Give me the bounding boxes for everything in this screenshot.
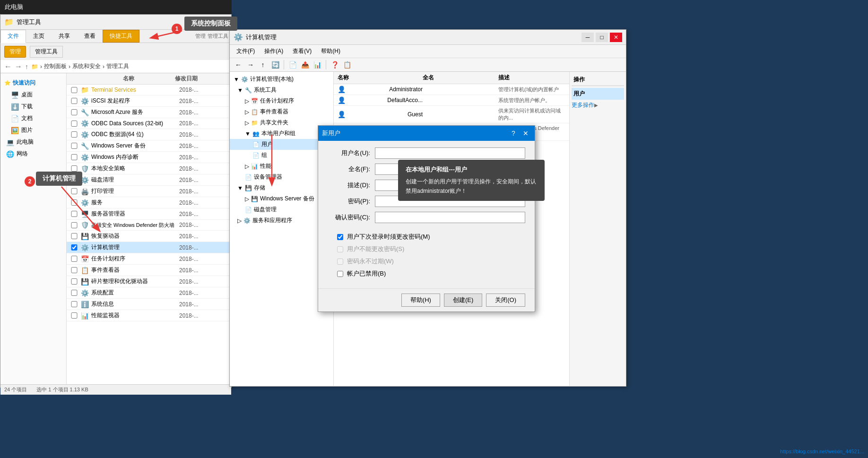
mgmt-maximize-btn[interactable]: □: [596, 33, 608, 42]
checkbox-cannot-change[interactable]: [337, 246, 343, 252]
file-checkbox-azure[interactable]: [70, 109, 78, 115]
mgmt-close-btn[interactable]: ✕: [610, 33, 622, 42]
menu-view[interactable]: 查看(V): [288, 46, 316, 57]
user-row-admin[interactable]: 👤Administrator 管理计算机(域)的内置帐户: [334, 84, 569, 95]
tab-share[interactable]: 共享: [52, 30, 77, 43]
file-item-terminal-services[interactable]: 📁 Terminal Services 2018-...: [67, 85, 231, 95]
sidebar-item-docs[interactable]: 📄文档: [0, 112, 66, 124]
sidebar-item-network[interactable]: 🌐网络: [0, 148, 66, 160]
tree-sys-tools[interactable]: ▼🔧系统工具: [230, 85, 333, 95]
dialog-help-footer-btn[interactable]: 帮助(H): [401, 294, 440, 307]
file-checkbox-odbc32[interactable]: [70, 121, 78, 127]
toolbar-export-btn[interactable]: 📤: [299, 60, 311, 70]
file-checkbox-rv[interactable]: [70, 233, 78, 239]
checkbox-never-expire[interactable]: [337, 259, 343, 265]
sidebar-quick-access[interactable]: ⭐快速访问: [0, 77, 66, 89]
file-item-event-viewer[interactable]: 📋 事件查看器 2018-...: [67, 265, 231, 276]
tab-view[interactable]: 查看: [77, 30, 103, 43]
ribbon-manage-tools-btn[interactable]: 管理工具: [30, 46, 63, 58]
tree-task-sched[interactable]: ▷📅任务计划程序: [230, 95, 333, 106]
file-checkbox-ev[interactable]: [70, 267, 78, 273]
file-checkbox-fw[interactable]: [70, 222, 78, 228]
file-checkbox-ts[interactable]: [70, 256, 78, 262]
file-item-winserver-backup[interactable]: 🔧 Windows Server 备份 2018-...: [67, 140, 231, 152]
input-username[interactable]: [375, 147, 525, 159]
toolbar-show-hide-btn[interactable]: 📄: [287, 60, 298, 70]
file-item-odbc32[interactable]: ⚙️ ODBC Data Sources (32-bit) 2018-...: [67, 118, 231, 129]
file-item-firewall[interactable]: 🛡️ 高级安全 Windows Defender 防火墙 2018-...: [67, 220, 231, 231]
toolbar-up-btn[interactable]: ↑: [257, 60, 269, 70]
nav-up-btn[interactable]: ↑: [25, 63, 28, 70]
addr-recent-btn[interactable]: 📁: [31, 63, 38, 70]
file-item-sys-config[interactable]: ⚙️ 系统配置 2018-...: [67, 287, 231, 299]
file-checkbox-pm[interactable]: [70, 188, 78, 194]
file-item-azure[interactable]: 🔧 Microsoft Azure 服务 2018-...: [67, 107, 231, 118]
file-checkbox-pf[interactable]: [70, 312, 78, 319]
file-item-iscsi[interactable]: ⚙️ iSCSI 发起程序 2018-...: [67, 95, 231, 107]
sidebar-item-pics[interactable]: 🖼️图片: [0, 124, 66, 136]
file-checkbox-sm[interactable]: [70, 211, 78, 217]
file-checkbox-si[interactable]: [70, 301, 78, 307]
tab-file[interactable]: 文件: [0, 30, 26, 43]
file-checkbox-wsb[interactable]: [70, 143, 78, 149]
file-item-task-sched[interactable]: 📅 任务计划程序 2018-...: [67, 253, 231, 265]
file-checkbox-winmem[interactable]: [70, 154, 78, 160]
sidebar-item-desktop[interactable]: 🖥️桌面: [0, 89, 66, 101]
input-confirm-password[interactable]: [375, 212, 525, 223]
dialog-create-btn[interactable]: 创建(E): [444, 294, 482, 307]
file-item-odbc64[interactable]: ⚙️ ODBC 数据源(64 位) 2018-...: [67, 129, 231, 140]
file-item-sys-info[interactable]: ℹ️ 系统信息 2018-...: [67, 299, 231, 310]
tree-root[interactable]: ▼⚙️ 计算机管理(本地): [230, 74, 333, 85]
checkbox-account-disabled[interactable]: [337, 271, 343, 277]
toolbar-extra-btn[interactable]: 📋: [341, 60, 353, 70]
checkbox-disabled-row: 帐户已禁用(B): [328, 269, 525, 278]
nav-back-btn[interactable]: ←: [4, 62, 12, 71]
toolbar-back-btn[interactable]: ←: [233, 60, 244, 70]
file-item-print-mgmt[interactable]: 🖨️ 打印管理 2018-...: [67, 186, 231, 197]
nav-forward-btn[interactable]: →: [15, 62, 22, 71]
addr-control-panel[interactable]: 控制面板: [44, 62, 67, 70]
sidebar-item-download[interactable]: ⬇️下载: [0, 101, 66, 112]
file-checkbox-terminal[interactable]: [70, 87, 78, 93]
ribbon-manage-btn[interactable]: 管理: [4, 46, 26, 58]
tree-event-viewer[interactable]: ▷📋事件查看器: [230, 106, 333, 117]
toolbar-forward-btn[interactable]: →: [245, 60, 256, 70]
file-item-winmem[interactable]: ⚙️ Windows 内存诊断 2018-...: [67, 152, 231, 163]
toolbar-refresh-btn[interactable]: 🔄: [269, 60, 281, 70]
mgmt-more-actions-link[interactable]: 更多操作: [572, 101, 594, 109]
file-item-perf-mon[interactable]: 📊 性能监视器 2018-...: [67, 310, 231, 321]
menu-file[interactable]: 文件(F): [232, 46, 260, 57]
dialog-close-btn[interactable]: ✕: [521, 129, 531, 138]
user-row-guest[interactable]: 👤Guest 供来宾访问计算机或访问域的内...: [334, 106, 569, 123]
mgmt-more-actions[interactable]: 更多操作 ▶: [572, 100, 624, 111]
file-item-services[interactable]: ⚙️ 服务 2018-...: [67, 197, 231, 208]
file-checkbox-odbc64[interactable]: [70, 131, 78, 138]
menu-action[interactable]: 操作(A): [260, 46, 288, 57]
file-item-recovery[interactable]: 💾 恢复驱动器 2018-...: [67, 231, 231, 242]
file-checkbox-ls[interactable]: [70, 165, 78, 172]
dialog-close-footer-btn[interactable]: 关闭(O): [486, 294, 525, 307]
tab-quick-tools[interactable]: 快捷工具: [103, 30, 139, 43]
label-cannot-change: 用户不能更改密码(S): [347, 245, 404, 253]
addr-admin-tools[interactable]: 管理工具: [106, 62, 129, 70]
file-item-computer-mgmt[interactable]: ⚙️ 计算机管理 2018-...: [67, 242, 231, 253]
file-checkbox-iscsi[interactable]: [70, 98, 78, 104]
file-item-server-mgr[interactable]: 🖥️ 服务器管理器 2018-...: [67, 208, 231, 220]
menu-help[interactable]: 帮助(H): [316, 46, 345, 57]
tab-home[interactable]: 主页: [26, 30, 52, 43]
file-item-defrag[interactable]: 💾 碎片整理和优化驱动器 2018-...: [67, 276, 231, 287]
mgmt-minimize-btn[interactable]: ─: [582, 33, 594, 42]
file-item-local-security[interactable]: 🛡️ 本地安全策略 2018-...: [67, 163, 231, 174]
checkbox-must-change[interactable]: [337, 234, 343, 240]
toolbar-properties-btn[interactable]: 📊: [312, 60, 323, 70]
file-item-disk-cleanup[interactable]: ⚙️ 磁盘清理 2018-...: [67, 174, 231, 186]
dialog-help-btn[interactable]: ?: [508, 129, 519, 138]
user-row-default[interactable]: 👤DefaultAcco... 系统管理的用户帐户。: [334, 95, 569, 106]
toolbar-help-btn[interactable]: ❓: [329, 60, 340, 70]
file-checkbox-svc[interactable]: [70, 199, 78, 206]
sidebar-item-this-pc[interactable]: 💻此电脑: [0, 136, 66, 148]
addr-sys-security[interactable]: 系统和安全: [72, 62, 101, 70]
file-checkbox-sc[interactable]: [70, 290, 78, 296]
file-checkbox-dfr[interactable]: [70, 278, 78, 285]
file-checkbox-cm[interactable]: [70, 244, 78, 251]
